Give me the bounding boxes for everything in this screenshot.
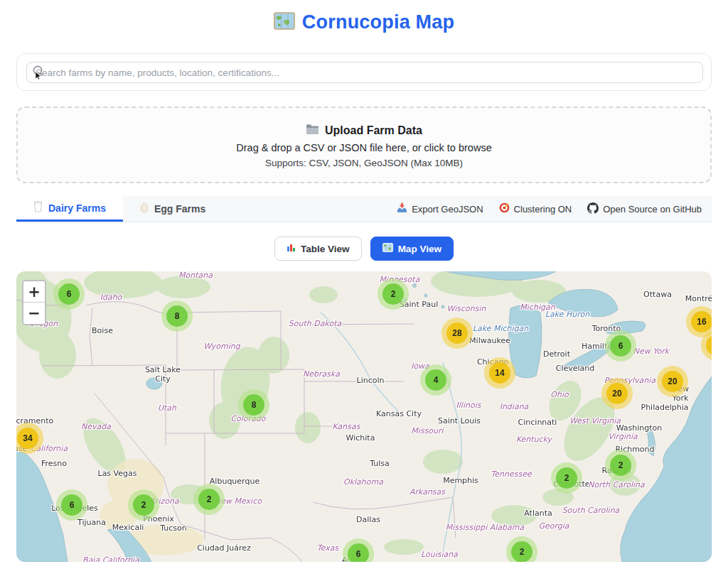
egg-icon: [140, 202, 149, 215]
target-icon: [499, 202, 510, 215]
map-cluster-count: 6: [61, 494, 82, 516]
map-cluster[interactable]: 2: [605, 450, 636, 481]
zoom-in-button[interactable]: +: [23, 281, 45, 303]
tab-egg-farms[interactable]: Egg Farms: [123, 196, 223, 222]
upload-title: Upload Farm Data: [325, 121, 422, 139]
tab-label: Dairy Farms: [48, 202, 106, 214]
map-cluster[interactable]: 8: [161, 300, 193, 332]
map-cluster-count: 8: [166, 305, 188, 327]
bar-chart-icon: [287, 243, 296, 254]
map-cluster[interactable]: 20: [601, 378, 633, 409]
toggle-label: Table View: [301, 244, 350, 254]
map-cluster[interactable]: 2: [378, 278, 409, 310]
map-cluster-count: 6: [348, 543, 369, 562]
map-cluster-count: 4: [425, 369, 446, 391]
map-cluster-count: 2: [610, 455, 631, 476]
map-canvas[interactable]: + − 6882284146162020346226222BoiseSalt L…: [16, 271, 712, 562]
map-cluster-count: 28: [446, 322, 468, 344]
map-cluster[interactable]: 2: [128, 489, 159, 521]
toolbar-label: Open Source on GitHub: [603, 204, 702, 215]
map-cluster[interactable]: 2: [551, 462, 582, 494]
map-zoom-control: + −: [22, 280, 46, 325]
map-cluster[interactable]: 6: [605, 330, 636, 362]
tab-label: Egg Farms: [154, 203, 205, 215]
map-cluster[interactable]: 14: [484, 357, 515, 389]
map-cluster-count: 2: [382, 283, 404, 305]
map-cluster[interactable]: 4: [420, 364, 451, 396]
search-input[interactable]: [26, 62, 703, 83]
map-icon: [382, 243, 393, 254]
milk-glass-icon: [33, 201, 43, 215]
folder-icon: [306, 121, 319, 139]
toggle-label: Map View: [398, 244, 441, 254]
table-view-button[interactable]: Table View: [274, 237, 362, 261]
map-cluster-count: 2: [198, 489, 220, 510]
map-cluster-count: 2: [511, 541, 532, 562]
search-section: [16, 53, 712, 91]
upload-instructions: Drag & drop a CSV or JSON file here, or …: [18, 142, 710, 153]
upload-dropzone[interactable]: Upload Farm Data Drag & drop a CSV or JS…: [16, 107, 712, 183]
github-icon: [587, 202, 599, 216]
upload-formats: Supports: CSV, JSON, GeoJSON (Max 10MB): [18, 158, 710, 168]
map-cluster[interactable]: 28: [441, 318, 473, 349]
github-link[interactable]: Open Source on GitHub: [587, 202, 702, 216]
map-tiles: [16, 271, 712, 562]
map-cluster-count: [706, 335, 712, 356]
map-cluster[interactable]: 2: [193, 484, 225, 515]
map-cluster-count: 2: [133, 494, 154, 516]
map-cluster-count: 6: [610, 335, 631, 357]
map-cluster[interactable]: 6: [53, 278, 85, 310]
map-cluster-count: 2: [556, 467, 577, 489]
map-cluster[interactable]: 8: [238, 389, 269, 421]
map-cluster-count: 14: [489, 362, 510, 384]
view-toggle: Table View Map View: [0, 237, 728, 261]
cornucopia-app: Cornucopia Map Upload Farm Data: [0, 0, 728, 564]
map-cluster[interactable]: 6: [56, 489, 87, 521]
map-view-button[interactable]: Map View: [370, 237, 454, 261]
toolbar-label: Export GeoJSON: [412, 204, 483, 215]
tab-dairy-farms[interactable]: Dairy Farms: [16, 196, 123, 222]
clustering-toggle[interactable]: Clustering ON: [499, 202, 572, 215]
page-title: Cornucopia Map: [302, 11, 454, 33]
map-cluster[interactable]: 2: [506, 536, 537, 562]
map-cluster-count: 16: [691, 311, 712, 332]
world-map-icon: [274, 12, 295, 33]
toolbar-label: Clustering ON: [514, 204, 572, 215]
zoom-out-button[interactable]: −: [23, 303, 45, 324]
tab-bar: Dairy Farms Egg Farms Export GeoJSON: [16, 196, 712, 222]
map-cluster-count: 20: [662, 371, 683, 392]
map-cluster[interactable]: 20: [657, 366, 688, 397]
map-cluster-count: 8: [243, 394, 264, 416]
export-geojson-button[interactable]: Export GeoJSON: [397, 202, 483, 215]
map-cluster-count: 6: [58, 283, 80, 305]
app-header: Cornucopia Map: [0, 7, 728, 37]
map-cluster-count: 20: [606, 383, 628, 404]
inbox-tray-icon: [397, 202, 407, 215]
map-cluster-count: 34: [17, 428, 38, 449]
